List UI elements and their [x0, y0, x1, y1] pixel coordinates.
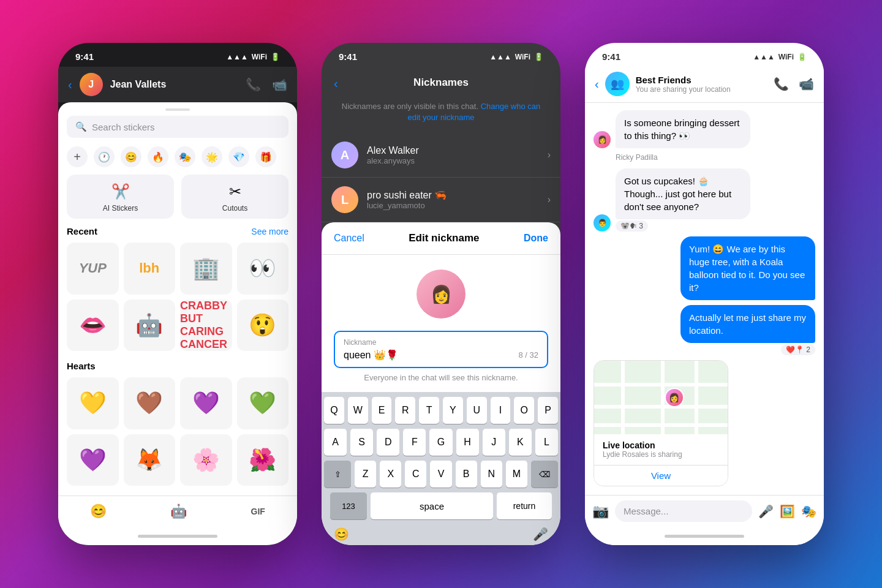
message-row-1: 👩 Is someone bringing dessert to this th…	[594, 110, 815, 148]
emoji-tab-5[interactable]: 💎	[228, 146, 249, 167]
key-y[interactable]: Y	[443, 397, 463, 424]
numbers-key[interactable]: 123	[330, 492, 367, 519]
chat-group-avatar: 👥	[605, 72, 630, 96]
emoji-tab-6[interactable]: 🎁	[255, 146, 276, 167]
sticker-heart-2[interactable]: 🤎	[124, 377, 176, 429]
sticker-building[interactable]: 🏢	[180, 243, 232, 295]
emoji-bottom-tab[interactable]: 😊	[90, 503, 107, 519]
video-call-icon[interactable]: 📹	[272, 77, 287, 92]
key-z[interactable]: Z	[355, 461, 376, 488]
key-s[interactable]: S	[350, 429, 373, 456]
phone-stickers: 9:41 ▲▲▲ WiFi 🔋 ‹ J Jean Vallets 📞 📹 🔍 S…	[58, 43, 297, 545]
recent-section: Recent See more YUP lbh 🏢 👀 👄 🤖 CRABBY B…	[58, 226, 297, 361]
key-p[interactable]: P	[538, 397, 558, 424]
home-indicator-1	[58, 527, 297, 545]
key-q[interactable]: Q	[324, 397, 344, 424]
sticker-bottom-tab[interactable]: 🤖	[170, 503, 187, 519]
key-t[interactable]: T	[419, 397, 439, 424]
key-n[interactable]: N	[481, 461, 502, 488]
nickname-name-lucie: pro sushi eater 🦐	[367, 189, 539, 201]
sticker-lbh[interactable]: lbh	[124, 243, 176, 295]
emoji-tab-4[interactable]: 🌟	[202, 146, 222, 167]
space-key[interactable]: space	[371, 492, 493, 519]
key-l[interactable]: L	[535, 429, 558, 456]
wifi-3: WiFi	[778, 53, 794, 61]
sticker-eyes[interactable]: 👀	[237, 243, 289, 295]
return-key[interactable]: return	[497, 492, 552, 519]
key-j[interactable]: J	[483, 429, 505, 456]
nickname-avatar-alex: A	[331, 141, 358, 168]
key-e[interactable]: E	[372, 397, 392, 424]
chat-back-button[interactable]: ‹	[595, 77, 599, 91]
recent-tab[interactable]: 🕐	[94, 146, 115, 167]
mic-keyboard-icon[interactable]: 🎤	[533, 527, 548, 541]
emoji-keyboard-icon[interactable]: 😊	[334, 527, 349, 541]
gif-bottom-tab[interactable]: GIF	[251, 507, 265, 516]
sticker-rose[interactable]: 🌺	[237, 434, 289, 486]
nickname-item-alex[interactable]: A Alex Walker alex.anyways ›	[322, 133, 560, 178]
sticker-input-icon[interactable]: 🎭	[801, 504, 816, 519]
key-f[interactable]: F	[403, 429, 426, 456]
key-o[interactable]: O	[514, 397, 534, 424]
recent-sticker-grid: YUP lbh 🏢 👀 👄 🤖 CRABBY BUT CARING CANCER…	[67, 243, 288, 351]
back-button-1[interactable]: ‹	[68, 78, 72, 92]
emoji-tab-3[interactable]: 🎭	[175, 146, 195, 167]
nickname-info-alex: Alex Walker alex.anyways	[367, 145, 539, 165]
sticker-search-bar[interactable]: 🔍 Search stickers	[67, 116, 288, 138]
backspace-key[interactable]: ⌫	[531, 461, 558, 488]
key-h[interactable]: H	[456, 429, 479, 456]
nickname-item-lucie[interactable]: L pro sushi eater 🦐 lucie_yamamoto ›	[322, 178, 560, 222]
chat-phone-icon[interactable]: 📞	[774, 77, 789, 91]
key-u[interactable]: U	[467, 397, 487, 424]
camera-input-icon[interactable]: 📷	[592, 503, 609, 519]
map-view-button[interactable]: View	[594, 465, 728, 486]
sticker-yup[interactable]: YUP	[67, 243, 119, 295]
key-v[interactable]: V	[430, 461, 451, 488]
key-k[interactable]: K	[509, 429, 532, 456]
message-row-map: 👩 Live location Lydie Rosales is sharing…	[594, 360, 815, 486]
sticker-robot[interactable]: 🤖	[124, 300, 176, 352]
key-g[interactable]: G	[429, 429, 452, 456]
nickname-hint: Everyone in the chat will see this nickn…	[322, 373, 560, 392]
sticker-fox[interactable]: 🦊	[124, 434, 176, 486]
message-input[interactable]: Message...	[615, 500, 752, 522]
key-i[interactable]: I	[491, 397, 511, 424]
battery-2: 🔋	[534, 53, 543, 61]
sticker-wow[interactable]: 😲	[237, 300, 289, 352]
chat-video-icon[interactable]: 📹	[799, 77, 814, 91]
cutouts-button[interactable]: ✂ Cutouts	[181, 175, 288, 219]
key-d[interactable]: D	[377, 429, 399, 456]
map-card[interactable]: 👩 Live location Lydie Rosales is sharing…	[594, 360, 728, 486]
nickname-input-container[interactable]: Nickname queen 👑🌹 8 / 32	[334, 331, 548, 368]
key-x[interactable]: X	[380, 461, 401, 488]
sticker-heart-4[interactable]: 💚	[237, 377, 289, 429]
add-sticker-tab[interactable]: +	[67, 146, 88, 167]
modal-done-button[interactable]: Done	[524, 233, 548, 244]
nickname-input-value[interactable]: queen 👑🌹	[344, 349, 398, 361]
message-2-container: Got us cupcakes! 🧁 Though... just got he…	[616, 168, 750, 232]
shift-key[interactable]: ⇧	[324, 461, 351, 488]
sticker-flower[interactable]: 🌸	[180, 434, 232, 486]
bubble-1: Is someone bringing dessert to this thin…	[616, 110, 750, 148]
key-r[interactable]: R	[395, 397, 415, 424]
see-more-button[interactable]: See more	[251, 227, 288, 236]
key-c[interactable]: C	[405, 461, 426, 488]
phone-call-icon[interactable]: 📞	[246, 77, 261, 92]
emoji-tab-1[interactable]: 😊	[121, 146, 141, 167]
sticker-heart-3[interactable]: 💜	[180, 377, 232, 429]
nicknames-back-button[interactable]: ‹	[334, 77, 338, 91]
key-b[interactable]: B	[456, 461, 477, 488]
key-a[interactable]: A	[324, 429, 347, 456]
key-w[interactable]: W	[348, 397, 368, 424]
modal-cancel-button[interactable]: Cancel	[334, 233, 364, 244]
ai-stickers-button[interactable]: ✂️ AI Stickers	[67, 175, 174, 219]
key-m[interactable]: M	[506, 461, 527, 488]
sticker-heart-1[interactable]: 💛	[67, 377, 119, 429]
gallery-input-icon[interactable]: 🖼️	[780, 504, 795, 519]
status-bar-3: 9:41 ▲▲▲ WiFi 🔋	[585, 43, 824, 67]
sticker-heart-5[interactable]: 💜	[67, 434, 119, 486]
sticker-text2[interactable]: CRABBY BUT CARING CANCER	[180, 300, 232, 352]
mic-input-icon[interactable]: 🎤	[758, 504, 774, 519]
sticker-lips[interactable]: 👄	[67, 300, 119, 352]
emoji-tab-2[interactable]: 🔥	[148, 146, 168, 167]
